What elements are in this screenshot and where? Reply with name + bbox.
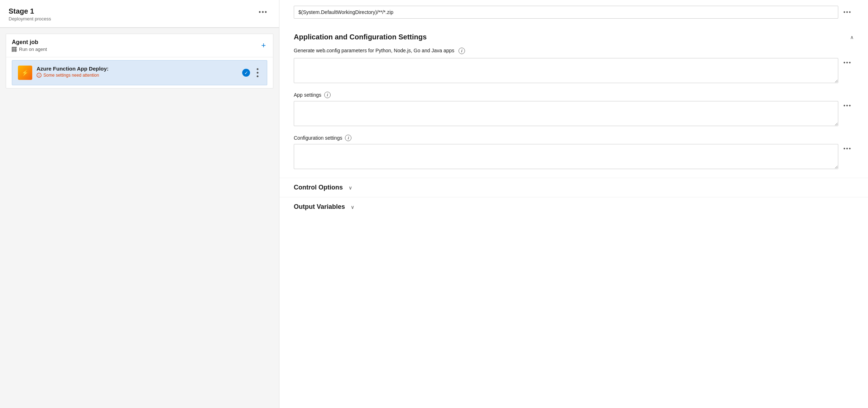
stage-title: Stage 1 bbox=[9, 7, 51, 15]
app-config-section-header: Application and Configuration Settings ∧ bbox=[279, 24, 868, 47]
app-config-content: Generate web.config parameters for Pytho… bbox=[279, 47, 868, 169]
control-options-section[interactable]: Control Options ∨ bbox=[279, 178, 868, 197]
app-settings-info-icon[interactable]: i bbox=[324, 92, 331, 98]
generate-webconfig-more-button[interactable]: ••• bbox=[841, 58, 854, 67]
task-info: Azure Function App Deploy: ! Some settin… bbox=[37, 66, 109, 78]
stage-more-button[interactable]: ••• bbox=[256, 7, 270, 18]
app-settings-textarea[interactable] bbox=[294, 101, 838, 126]
app-config-chevron-icon[interactable]: ∧ bbox=[850, 34, 854, 40]
app-config-title: Application and Configuration Settings bbox=[294, 33, 427, 41]
config-settings-info-icon[interactable]: i bbox=[345, 135, 351, 141]
check-circle-icon: ✓ bbox=[242, 69, 250, 77]
generate-webconfig-textarea[interactable] bbox=[294, 58, 838, 83]
output-variables-chevron-icon[interactable]: ∨ bbox=[351, 204, 354, 210]
svg-point-3 bbox=[257, 72, 259, 74]
top-input-more-button[interactable]: ••• bbox=[841, 8, 854, 17]
config-settings-field: ••• bbox=[294, 144, 854, 169]
app-settings-label-row: App settings i bbox=[294, 92, 854, 98]
task-left: ⚡ Azure Function App Deploy: ! Some sett… bbox=[18, 66, 109, 80]
config-settings-label: Configuration settings bbox=[294, 135, 342, 141]
svg-text:!: ! bbox=[39, 74, 40, 77]
svg-point-2 bbox=[257, 68, 259, 70]
output-variables-section[interactable]: Output Variables ∨ bbox=[279, 197, 868, 216]
agent-job-subtitle-text: Run on agent bbox=[19, 47, 47, 52]
task-warning: ! Some settings need attention bbox=[37, 73, 109, 78]
warning-icon: ! bbox=[37, 73, 42, 78]
generate-webconfig-description: Generate web.config parameters for Pytho… bbox=[294, 47, 854, 54]
right-panel: ••• Application and Configuration Settin… bbox=[279, 0, 868, 408]
stage-header: Stage 1 Deployment process ••• bbox=[0, 0, 279, 28]
control-options-title: Control Options bbox=[294, 184, 343, 191]
output-variables-title: Output Variables bbox=[294, 203, 345, 211]
agent-job-title: Agent job bbox=[12, 39, 47, 45]
task-icon: ⚡ bbox=[18, 66, 32, 80]
config-settings-textarea[interactable] bbox=[294, 144, 838, 169]
task-name: Azure Function App Deploy: bbox=[37, 66, 109, 72]
generate-webconfig-label: Generate web.config parameters for Pytho… bbox=[294, 48, 454, 53]
add-task-button[interactable]: + bbox=[260, 42, 267, 49]
app-settings-label: App settings bbox=[294, 92, 321, 98]
agent-job-subtitle: Run on agent bbox=[12, 47, 47, 52]
task-warning-text: Some settings need attention bbox=[43, 73, 99, 78]
control-options-chevron-icon[interactable]: ∨ bbox=[349, 185, 352, 191]
task-kebab-button[interactable] bbox=[254, 67, 261, 78]
agent-job-left: Agent job Run on agent bbox=[12, 39, 47, 52]
package-path-input[interactable] bbox=[294, 6, 838, 19]
grid-icon bbox=[12, 47, 17, 52]
app-settings-field: ••• bbox=[294, 101, 854, 126]
task-row[interactable]: ⚡ Azure Function App Deploy: ! Some sett… bbox=[12, 60, 267, 85]
generate-webconfig-field: ••• bbox=[294, 58, 854, 83]
left-panel: Stage 1 Deployment process ••• Agent job… bbox=[0, 0, 279, 408]
stage-title-group: Stage 1 Deployment process bbox=[9, 7, 51, 21]
task-right: ✓ bbox=[242, 67, 261, 78]
check-mark: ✓ bbox=[244, 70, 248, 76]
lightning-bolt-icon: ⚡ bbox=[21, 69, 29, 76]
stage-subtitle: Deployment process bbox=[9, 16, 51, 21]
agent-job-header: Agent job Run on agent + bbox=[6, 34, 273, 57]
svg-point-4 bbox=[257, 76, 259, 77]
config-settings-more-button[interactable]: ••• bbox=[841, 144, 854, 153]
config-settings-label-row: Configuration settings i bbox=[294, 135, 854, 141]
generate-webconfig-info-icon[interactable]: i bbox=[459, 48, 465, 54]
agent-job-section: Agent job Run on agent + ⚡ Azure Functio… bbox=[6, 34, 273, 88]
app-settings-more-button[interactable]: ••• bbox=[841, 101, 854, 110]
top-input-row: ••• bbox=[279, 0, 868, 24]
